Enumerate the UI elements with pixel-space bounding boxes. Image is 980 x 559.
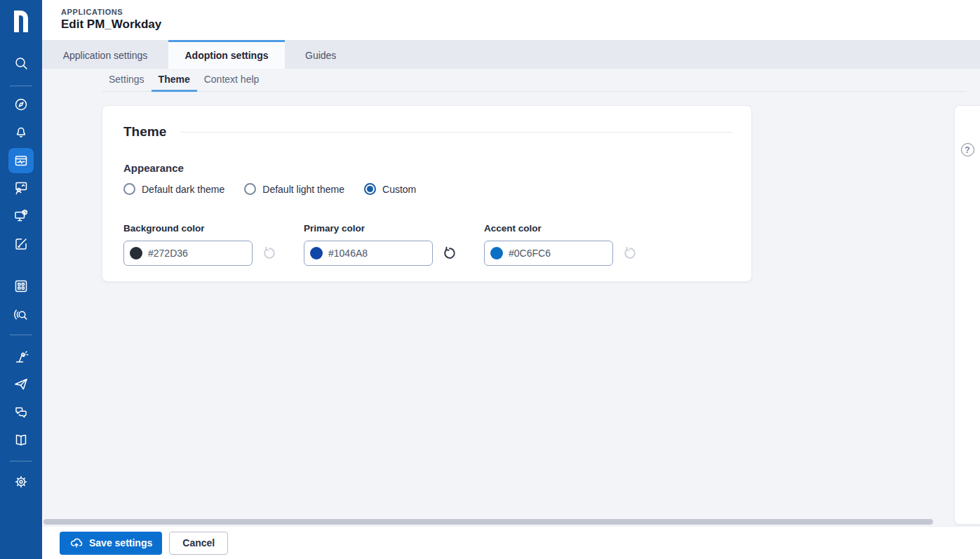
radio-custom[interactable]: Custom [364, 183, 416, 195]
cloud-upload-icon [69, 536, 83, 550]
radio-circle-icon [364, 183, 376, 195]
background-color-input[interactable] [148, 248, 239, 259]
accent-color-reset-button[interactable] [623, 246, 637, 260]
heading-rule [180, 132, 732, 133]
radio-circle-icon [244, 183, 256, 195]
page-title: Edit PM_Workday [61, 18, 161, 32]
radio-default-light-theme[interactable]: Default light theme [244, 183, 344, 195]
content-area: Settings Theme Context help Theme Appear… [42, 69, 980, 526]
subtab-bar: Settings Theme Context help [102, 69, 965, 92]
cancel-button[interactable]: Cancel [169, 532, 228, 555]
background-color-input-wrap [123, 241, 253, 266]
main-tabbar: Application settings Adoption settings G… [42, 40, 980, 69]
tab-adoption-settings[interactable]: Adoption settings [168, 40, 285, 69]
search-icon[interactable] [8, 50, 34, 76]
dashboards-icon[interactable] [8, 148, 34, 173]
radio-default-dark-theme[interactable]: Default dark theme [123, 183, 224, 195]
coaching-icon[interactable] [8, 175, 34, 201]
accent-color-swatch[interactable] [490, 247, 503, 260]
help-icon[interactable]: ? [961, 143, 974, 156]
accent-color-input[interactable] [509, 248, 600, 259]
subtab-theme[interactable]: Theme [152, 69, 197, 92]
compass-icon[interactable] [8, 92, 34, 117]
sidebar-divider [10, 86, 32, 86]
pendo-logo-icon [10, 7, 32, 34]
bell-icon[interactable] [8, 120, 34, 145]
breadcrumb: APPLICATIONS [61, 8, 123, 16]
primary-color-input[interactable] [328, 248, 419, 259]
paper-plane-icon[interactable] [8, 372, 34, 397]
gear-icon[interactable] [8, 469, 34, 494]
footer-bar: Save settings Cancel [42, 526, 980, 559]
horizontal-scrollbar[interactable] [43, 519, 933, 525]
color-fields-row: Background color Primary color [123, 223, 732, 266]
compose-icon[interactable] [8, 231, 34, 257]
theme-card: Theme Appearance Default dark theme Defa… [102, 105, 752, 282]
apps-grid-icon[interactable] [8, 274, 34, 299]
primary-color-field: Primary color [304, 223, 484, 266]
primary-color-reset-button[interactable] [443, 246, 457, 260]
page-header: APPLICATIONS Edit PM_Workday [42, 0, 980, 40]
listen-search-icon[interactable] [8, 302, 34, 327]
lamp-icon[interactable] [8, 344, 34, 369]
primary-color-swatch[interactable] [310, 247, 323, 260]
tab-guides[interactable]: Guides [285, 40, 369, 69]
subtab-context-help[interactable]: Context help [197, 69, 267, 92]
monitor-package-icon[interactable] [8, 203, 34, 229]
sidebar-divider [10, 461, 32, 462]
appearance-label: Appearance [123, 162, 732, 174]
primary-color-input-wrap [304, 241, 433, 266]
background-color-field: Background color [123, 223, 304, 266]
background-color-swatch[interactable] [130, 247, 142, 260]
help-side-panel: ? [954, 105, 980, 525]
accent-color-input-wrap [484, 241, 613, 266]
appearance-radio-group: Default dark theme Default light theme C… [123, 183, 732, 195]
chat-icon[interactable] [8, 400, 34, 425]
book-icon[interactable] [8, 427, 34, 452]
theme-heading: Theme [123, 124, 166, 140]
app-sidebar [0, 0, 42, 559]
radio-circle-icon [123, 183, 135, 195]
tab-application-settings[interactable]: Application settings [42, 40, 168, 69]
subtab-settings[interactable]: Settings [102, 69, 152, 92]
accent-color-field: Accent color [484, 223, 664, 266]
save-settings-button[interactable]: Save settings [60, 532, 162, 555]
sidebar-divider [10, 335, 32, 335]
background-color-reset-button[interactable] [262, 246, 276, 260]
